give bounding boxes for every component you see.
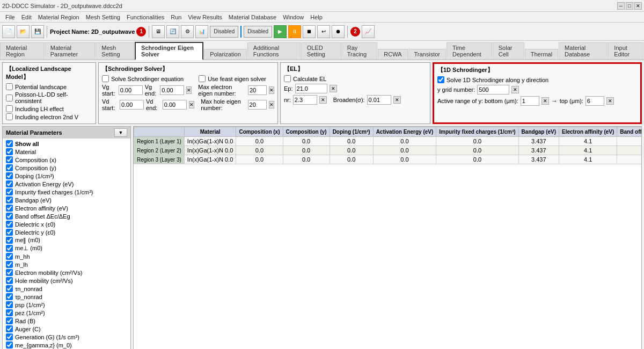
bottom-input[interactable] bbox=[521, 96, 539, 106]
tab-polarization[interactable]: Polarization bbox=[204, 49, 246, 59]
me-perp-checkbox[interactable] bbox=[6, 245, 13, 252]
menu-file[interactable]: File bbox=[2, 13, 18, 21]
impurity-checkbox[interactable] bbox=[6, 188, 13, 195]
max-electron-input[interactable] bbox=[248, 85, 267, 95]
tab-ray-tracing[interactable]: Ray Tracing bbox=[341, 42, 378, 59]
new-button[interactable]: 📄 bbox=[2, 25, 15, 38]
comp-y-checkbox[interactable] bbox=[6, 164, 13, 171]
max-hole-clear[interactable]: ✕ bbox=[269, 101, 274, 108]
close-button[interactable]: ✕ bbox=[634, 2, 642, 10]
menu-functionalities[interactable]: Functionalities bbox=[123, 13, 167, 21]
tab-mesh-setting[interactable]: Mesh Setting bbox=[96, 42, 134, 59]
vg-end-input[interactable] bbox=[160, 85, 184, 95]
band-offset-checkbox[interactable] bbox=[6, 213, 13, 220]
broaden-input[interactable] bbox=[367, 95, 391, 105]
restart-button[interactable]: ↩ bbox=[317, 25, 330, 38]
menu-edit[interactable]: Edit bbox=[18, 13, 35, 21]
tab-material-database[interactable]: Material Database bbox=[559, 42, 608, 59]
tab-oled-setting[interactable]: OLED Setting bbox=[301, 42, 341, 59]
doping-checkbox[interactable] bbox=[6, 172, 13, 179]
localized-potential-checkbox[interactable] bbox=[6, 83, 13, 90]
hole-mobility-checkbox[interactable] bbox=[6, 277, 13, 284]
tab-transistor[interactable]: Transistor bbox=[408, 49, 447, 59]
menu-run[interactable]: Run bbox=[167, 13, 185, 21]
disabled-btn-2[interactable]: Disabled bbox=[244, 26, 272, 38]
bottom-clear[interactable]: ✕ bbox=[541, 97, 549, 105]
dielectric-x-checkbox[interactable] bbox=[6, 221, 13, 228]
record-button[interactable]: ⏺ bbox=[332, 25, 345, 38]
save-button[interactable]: 💾 bbox=[31, 25, 44, 38]
electron-mobility-checkbox[interactable] bbox=[6, 269, 13, 276]
electron-affinity-checkbox[interactable] bbox=[6, 205, 13, 212]
y-grid-clear[interactable]: ✕ bbox=[511, 86, 519, 93]
tp-nonrad-checkbox[interactable] bbox=[6, 293, 13, 300]
me-parallel-checkbox[interactable] bbox=[6, 237, 13, 244]
me-gamma-z-checkbox[interactable] bbox=[6, 341, 13, 348]
max-electron-clear[interactable]: ✕ bbox=[269, 86, 274, 94]
activation-checkbox[interactable] bbox=[6, 180, 13, 187]
tab-solar-cell[interactable]: Solar Cell bbox=[493, 42, 524, 59]
pause-button[interactable]: ⏸ bbox=[288, 25, 301, 38]
feast-checkbox[interactable] bbox=[199, 75, 206, 82]
tn-nonrad-checkbox[interactable] bbox=[6, 285, 13, 292]
tab-thermal[interactable]: Thermal bbox=[525, 49, 558, 59]
tab-material-region[interactable]: Material Region bbox=[0, 42, 44, 59]
tab-input-editor[interactable]: Input Editor bbox=[608, 42, 643, 59]
auger-checkbox[interactable] bbox=[6, 325, 13, 332]
open-button[interactable]: 📂 bbox=[17, 25, 30, 38]
localized-poisson-checkbox[interactable] bbox=[6, 94, 13, 101]
vd-end-input[interactable] bbox=[163, 100, 187, 110]
mlh-checkbox[interactable] bbox=[6, 261, 13, 268]
dielectric-y-checkbox[interactable] bbox=[6, 229, 13, 236]
rad-checkbox[interactable] bbox=[6, 317, 13, 324]
sidebar-scroll-btn[interactable]: ▼ bbox=[114, 128, 127, 137]
minimize-button[interactable]: ─ bbox=[617, 2, 625, 10]
menu-mesh-setting[interactable]: Mesh Setting bbox=[83, 13, 123, 21]
stop-button[interactable]: ⏹ bbox=[303, 25, 316, 38]
tab-schrodinger-eigen-solver[interactable]: Schrodinger Eigen Solver bbox=[135, 42, 203, 60]
ep-clear[interactable]: ✕ bbox=[330, 85, 337, 92]
menu-material-region[interactable]: Material Region bbox=[35, 13, 83, 21]
tab-rcwa[interactable]: RCWA bbox=[378, 49, 407, 59]
nr-clear[interactable]: ✕ bbox=[319, 96, 327, 104]
menu-view-results[interactable]: View Results bbox=[185, 13, 225, 21]
ep-input[interactable] bbox=[295, 84, 327, 93]
localized-electron-checkbox[interactable] bbox=[6, 113, 13, 120]
localized-lh-checkbox[interactable] bbox=[6, 105, 13, 112]
tab-additional-functions[interactable]: Additional Functions bbox=[247, 42, 301, 59]
nr-input[interactable] bbox=[293, 95, 317, 105]
generation-checkbox[interactable] bbox=[6, 333, 13, 340]
psp-checkbox[interactable] bbox=[6, 301, 13, 308]
disabled-btn-1[interactable]: Disabled bbox=[210, 26, 238, 38]
calculate-el-checkbox[interactable] bbox=[284, 75, 291, 82]
pez-checkbox[interactable] bbox=[6, 309, 13, 316]
toolbar-btn-7[interactable]: ⚙ bbox=[181, 25, 194, 38]
comp-x-checkbox[interactable] bbox=[6, 156, 13, 163]
vg-clear-button[interactable]: ✕ bbox=[186, 86, 192, 94]
tab-time-dependent[interactable]: Time Dependent bbox=[447, 42, 492, 59]
material-checkbox[interactable] bbox=[6, 148, 13, 155]
y-grid-input[interactable] bbox=[477, 85, 509, 94]
toolbar-btn-5[interactable]: 🖥 bbox=[152, 25, 165, 38]
top-input[interactable] bbox=[586, 96, 604, 106]
broaden-clear[interactable]: ✕ bbox=[393, 96, 401, 104]
solve-1d-checkbox[interactable] bbox=[437, 76, 444, 83]
vd-clear-button[interactable]: ✕ bbox=[189, 101, 194, 108]
chart-button[interactable]: 📈 bbox=[362, 25, 375, 38]
show-all-checkbox[interactable] bbox=[6, 140, 13, 147]
menu-help[interactable]: Help bbox=[307, 13, 326, 21]
tab-material-parameter[interactable]: Material Parameter bbox=[45, 42, 96, 59]
toolbar-btn-8[interactable]: 📊 bbox=[195, 25, 208, 38]
maximize-button[interactable]: □ bbox=[626, 2, 633, 10]
menu-material-database[interactable]: Material Database bbox=[225, 13, 280, 21]
max-hole-input[interactable] bbox=[248, 100, 267, 110]
solve-schrodinger-checkbox[interactable] bbox=[102, 75, 109, 82]
run-button[interactable]: ▶ bbox=[274, 25, 287, 38]
toolbar-btn-6[interactable]: 🔄 bbox=[166, 25, 179, 38]
mhh-checkbox[interactable] bbox=[6, 253, 13, 260]
top-clear[interactable]: ✕ bbox=[606, 97, 614, 105]
bandgap-checkbox[interactable] bbox=[6, 197, 13, 203]
vd-start-input[interactable] bbox=[120, 100, 144, 110]
vg-start-input[interactable] bbox=[119, 85, 143, 95]
menu-window[interactable]: Window bbox=[280, 13, 307, 21]
